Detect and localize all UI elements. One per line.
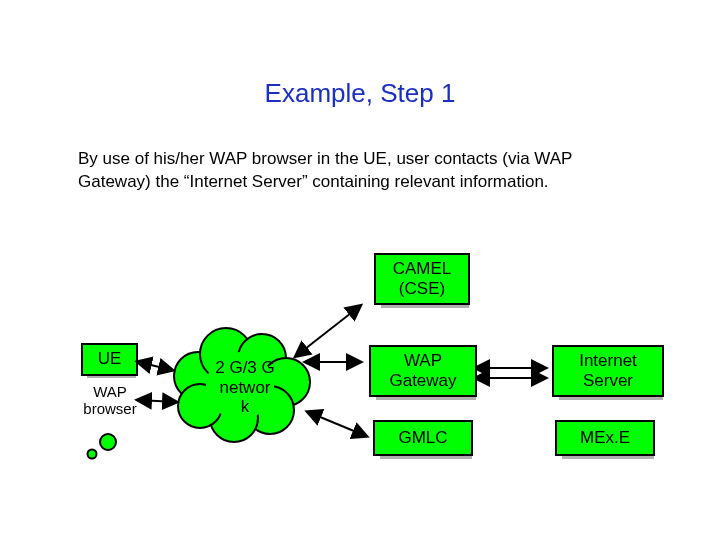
svg-line-14 bbox=[308, 412, 366, 436]
svg-point-8 bbox=[100, 434, 116, 450]
svg-line-10 bbox=[138, 362, 172, 370]
mexe-label: MEx.E bbox=[580, 428, 630, 448]
cloud-l3: k bbox=[241, 397, 250, 416]
cloud-l2: networ bbox=[219, 378, 270, 397]
inet-l2: Server bbox=[583, 371, 633, 391]
cloud-label: 2 G/3 G networ k bbox=[205, 358, 285, 417]
svg-line-13 bbox=[296, 306, 360, 356]
diagram-svg bbox=[0, 0, 720, 540]
inet-box: Internet Server bbox=[552, 345, 664, 397]
mexe-box: MEx.E bbox=[555, 420, 655, 456]
inet-l1: Internet bbox=[579, 351, 637, 371]
wapgw-box: WAP Gateway bbox=[369, 345, 477, 397]
wapgw-l2: Gateway bbox=[389, 371, 456, 391]
svg-line-11 bbox=[138, 400, 176, 402]
wapgw-l1: WAP bbox=[404, 351, 442, 371]
cloud-l1: 2 G/3 G bbox=[215, 358, 275, 377]
svg-point-9 bbox=[88, 450, 97, 459]
gmlc-label: GMLC bbox=[398, 428, 447, 448]
gmlc-box: GMLC bbox=[373, 420, 473, 456]
